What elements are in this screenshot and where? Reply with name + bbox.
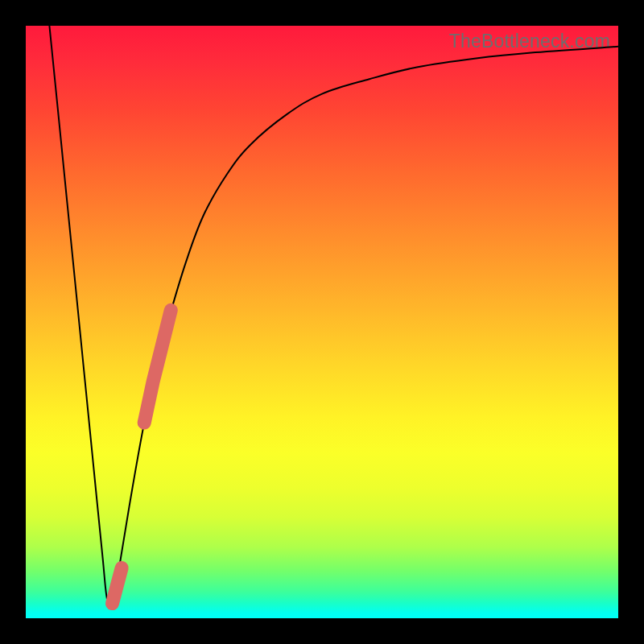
chart-svg xyxy=(26,26,618,618)
plot-area: TheBottleneck.com xyxy=(26,26,618,618)
highlight-segment-lower xyxy=(113,568,122,603)
curve-bottleneck xyxy=(49,26,618,606)
highlight-segment-upper xyxy=(144,310,171,423)
frame: TheBottleneck.com xyxy=(0,0,644,644)
